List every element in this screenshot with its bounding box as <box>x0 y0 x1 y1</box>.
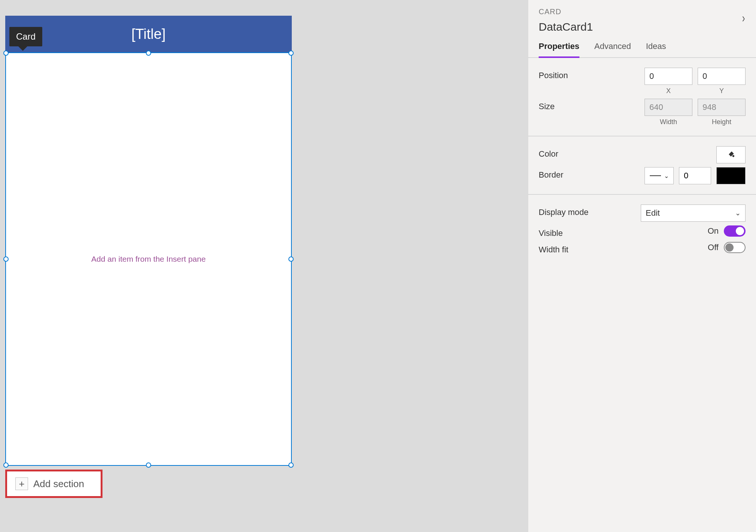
size-width-sublabel: Width <box>660 118 677 126</box>
tab-ideas[interactable]: Ideas <box>646 41 666 57</box>
tab-properties[interactable]: Properties <box>539 41 579 58</box>
row-display-mode: Display mode Edit ⌄ <box>539 205 746 222</box>
border-color-swatch[interactable] <box>716 167 746 184</box>
toggle-knob <box>725 243 734 252</box>
size-height-sublabel: Height <box>712 118 731 126</box>
add-section-button[interactable]: + Add section <box>5 470 102 498</box>
card-container[interactable]: [Title] Add an item from the Insert pane <box>5 16 292 466</box>
position-y-sublabel: Y <box>719 87 724 95</box>
row-width-fit: Width fit Off <box>539 242 746 255</box>
tab-advanced[interactable]: Advanced <box>594 41 631 57</box>
row-border: Border ⌄ <box>539 167 746 184</box>
size-height-input <box>698 99 746 116</box>
row-color: Color <box>539 146 746 163</box>
section-behavior: Display mode Edit ⌄ Visible On Width fit… <box>528 195 756 264</box>
toggle-knob <box>736 227 744 235</box>
chevron-down-icon: ⌄ <box>664 172 669 179</box>
plus-icon: + <box>15 477 28 490</box>
size-width-input <box>645 99 692 116</box>
width-fit-state-label: Off <box>708 243 719 252</box>
paint-bucket-icon <box>727 150 735 160</box>
label-position: Position <box>539 68 568 80</box>
position-y-input[interactable] <box>698 68 746 85</box>
card-body[interactable]: Add an item from the Insert pane <box>5 52 292 466</box>
visible-state-label: On <box>708 226 719 236</box>
chevron-down-icon: ⌄ <box>735 209 741 217</box>
display-mode-select[interactable]: Edit ⌄ <box>641 205 746 222</box>
label-border: Border <box>539 167 563 180</box>
label-visible: Visible <box>539 225 563 238</box>
border-line-icon <box>650 175 661 176</box>
label-display-mode: Display mode <box>539 205 588 217</box>
label-size: Size <box>539 99 555 111</box>
display-mode-value: Edit <box>646 208 660 218</box>
property-pane: CARD DataCard1 › Properties Advanced Ide… <box>528 0 756 532</box>
card-tooltip: Card <box>9 27 42 46</box>
card-header: [Title] <box>5 16 292 52</box>
pane-control-name: DataCard1 <box>539 21 746 33</box>
insert-placeholder-text: Add an item from the Insert pane <box>91 255 206 264</box>
label-color: Color <box>539 146 558 159</box>
row-visible: Visible On <box>539 225 746 238</box>
pane-header: CARD DataCard1 › <box>528 0 756 33</box>
width-fit-toggle[interactable] <box>724 242 746 253</box>
card-tooltip-label: Card <box>16 31 36 41</box>
pane-category: CARD <box>539 7 746 16</box>
card-title: [Title] <box>131 26 166 42</box>
row-size: Size Width Height <box>539 99 746 126</box>
row-position: Position X Y <box>539 68 746 95</box>
position-x-sublabel: X <box>666 87 671 95</box>
label-width-fit: Width fit <box>539 242 568 255</box>
section-layout: Position X Y Size Width <box>528 58 756 136</box>
position-x-input[interactable] <box>645 68 692 85</box>
pane-tabs: Properties Advanced Ideas <box>528 33 756 58</box>
chevron-right-icon[interactable]: › <box>742 10 745 25</box>
add-section-label: Add section <box>33 478 84 490</box>
border-width-input[interactable] <box>679 167 711 184</box>
canvas-area: [Title] Add an item from the Insert pane… <box>0 0 528 532</box>
border-style-select[interactable]: ⌄ <box>645 167 674 184</box>
visible-toggle[interactable] <box>724 225 746 237</box>
section-style: Color Border ⌄ <box>528 136 756 195</box>
color-picker-button[interactable] <box>716 146 746 163</box>
